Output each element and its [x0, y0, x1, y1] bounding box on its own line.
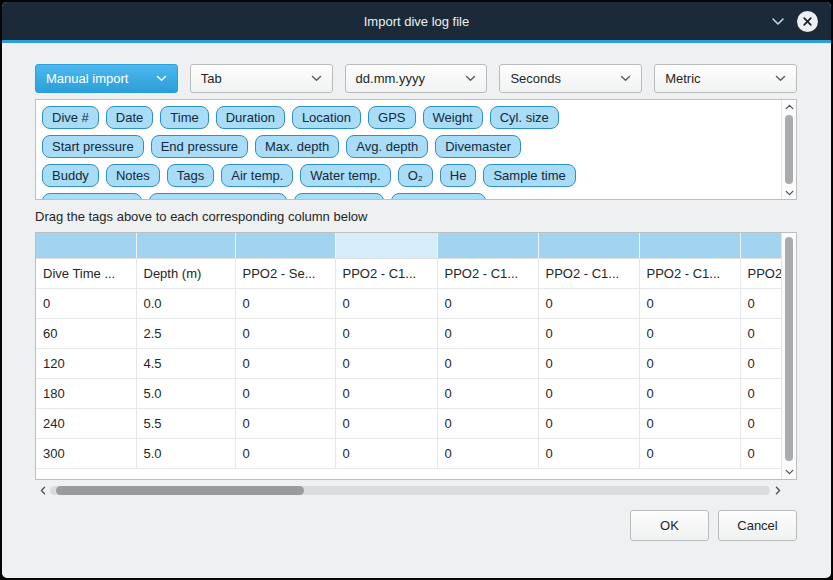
column-drop-target[interactable] — [740, 233, 781, 258]
field-tag[interactable]: Tags — [167, 164, 214, 187]
table-cell: 5.0 — [136, 378, 235, 408]
column-drop-target[interactable] — [437, 233, 538, 258]
column-drop-target[interactable] — [36, 233, 136, 258]
table-cell: 0 — [639, 378, 740, 408]
import-mode-dropdown[interactable]: Manual import — [35, 64, 178, 93]
table-cell: 0 — [740, 408, 781, 438]
scroll-up-icon[interactable] — [782, 100, 796, 113]
field-tag[interactable]: Weight — [423, 106, 483, 129]
table-cell: 0 — [335, 438, 437, 468]
field-tag[interactable]: Dive # — [42, 106, 99, 129]
date-format-dropdown[interactable]: dd.mm.yyyy — [345, 64, 488, 93]
shade-chevron-down-icon[interactable] — [771, 17, 785, 26]
scroll-left-icon[interactable] — [36, 483, 49, 498]
table-cell: 0 — [740, 288, 781, 318]
field-tag[interactable]: Time — [160, 106, 208, 129]
table-row: 602.5000000 — [36, 318, 781, 348]
table-cell: 0 — [36, 288, 136, 318]
table-cell: 60 — [36, 318, 136, 348]
field-tag-panel: Dive #DateTimeDurationLocationGPSWeightC… — [35, 99, 797, 200]
field-separator-dropdown[interactable]: Tab — [190, 64, 333, 93]
column-drop-target[interactable] — [538, 233, 639, 258]
column-drop-target[interactable] — [235, 233, 335, 258]
table-vertical-scrollbar[interactable] — [781, 233, 796, 479]
column-header: PPO2 - C1... — [740, 258, 781, 288]
table-row: 1805.0000000 — [36, 378, 781, 408]
table-cell: 120 — [36, 348, 136, 378]
table-cell: 0 — [639, 408, 740, 438]
dropdown-value: dd.mm.yyyy — [356, 71, 425, 86]
field-tag[interactable]: Sample time — [483, 164, 575, 187]
table-cell: 180 — [36, 378, 136, 408]
titlebar-controls — [771, 2, 818, 40]
ok-button[interactable]: OK — [630, 510, 709, 541]
table-cell: 0 — [538, 408, 639, 438]
units-dropdown[interactable]: Metric — [654, 64, 797, 93]
time-format-dropdown[interactable]: Seconds — [499, 64, 642, 93]
table-row: 3005.0000000 — [36, 438, 781, 468]
field-tag[interactable]: Max. depth — [255, 135, 339, 158]
field-tag[interactable]: Divemaster — [435, 135, 521, 158]
table-cell: 0 — [740, 348, 781, 378]
table-cell: 0 — [335, 288, 437, 318]
column-drop-target[interactable] — [136, 233, 235, 258]
table-cell: 0 — [335, 378, 437, 408]
field-tag[interactable]: Sample CNS — [391, 193, 486, 199]
header-row: Dive Time ...Depth (m)PPO2 - Se...PPO2 -… — [36, 258, 781, 288]
column-header: PPO2 - Se... — [235, 258, 335, 288]
table-cell: 240 — [36, 408, 136, 438]
field-tag[interactable]: Avg. depth — [346, 135, 428, 158]
column-drop-target[interactable] — [639, 233, 740, 258]
scrollbar-thumb[interactable] — [56, 486, 304, 495]
field-tag[interactable]: Start pressure — [42, 135, 144, 158]
field-tag[interactable]: Water temp. — [300, 164, 390, 187]
table-cell: 0 — [437, 378, 538, 408]
table-cell: 0 — [335, 348, 437, 378]
field-tag[interactable]: He — [440, 164, 477, 187]
field-tag[interactable]: Sample temperature — [149, 193, 287, 199]
scrollbar-thumb[interactable] — [785, 237, 793, 461]
field-tag[interactable]: Notes — [106, 164, 160, 187]
field-tag[interactable]: Sample pO₂ — [294, 193, 384, 199]
chevron-down-icon — [156, 75, 167, 82]
field-tag[interactable]: Duration — [216, 106, 285, 129]
field-tag[interactable]: Location — [292, 106, 361, 129]
table-row: 1204.5000000 — [36, 348, 781, 378]
field-tag-row: Start pressureEnd pressureMax. depthAvg.… — [42, 135, 781, 158]
close-icon[interactable] — [797, 11, 818, 32]
table-cell: 0 — [437, 288, 538, 318]
dialog-content: Manual importTabdd.mm.yyyySecondsMetric … — [2, 43, 831, 541]
field-tag[interactable]: Sample depth — [42, 193, 142, 199]
scroll-right-icon[interactable] — [771, 483, 784, 498]
table-cell: 0 — [639, 288, 740, 318]
table-cell: 0 — [639, 318, 740, 348]
column-drop-target[interactable] — [335, 233, 437, 258]
table-cell: 4.5 — [136, 348, 235, 378]
field-tag[interactable]: GPS — [368, 106, 415, 129]
field-tag[interactable]: O₂ — [398, 164, 433, 187]
import-dialog-window: Import dive log file Manual importTabdd.… — [0, 0, 833, 580]
scroll-down-icon[interactable] — [782, 186, 796, 199]
table-cell: 5.5 — [136, 408, 235, 438]
table-cell: 0 — [639, 438, 740, 468]
table-cell: 0 — [740, 438, 781, 468]
titlebar[interactable]: Import dive log file — [2, 2, 831, 40]
field-tag[interactable]: Buddy — [42, 164, 99, 187]
column-header: PPO2 - C1... — [639, 258, 740, 288]
table-horizontal-scrollbar[interactable] — [35, 483, 785, 498]
field-tag[interactable]: Date — [106, 106, 153, 129]
table-cell: 0 — [740, 318, 781, 348]
field-tag[interactable]: Cyl. size — [490, 106, 559, 129]
dropdown-value: Manual import — [46, 71, 128, 86]
dropdown-value: Seconds — [510, 71, 561, 86]
scroll-down-icon[interactable] — [782, 465, 796, 478]
column-header: Dive Time ... — [36, 258, 136, 288]
cancel-button[interactable]: Cancel — [718, 510, 797, 541]
preview-table: Dive Time ...Depth (m)PPO2 - Se...PPO2 -… — [35, 232, 797, 480]
table-cell: 5.0 — [136, 438, 235, 468]
field-tag-list: Dive #DateTimeDurationLocationGPSWeightC… — [36, 100, 781, 199]
field-tag[interactable]: Air temp. — [221, 164, 293, 187]
scrollbar-thumb[interactable] — [785, 115, 793, 184]
tag-panel-scrollbar[interactable] — [781, 100, 796, 199]
field-tag[interactable]: End pressure — [151, 135, 248, 158]
